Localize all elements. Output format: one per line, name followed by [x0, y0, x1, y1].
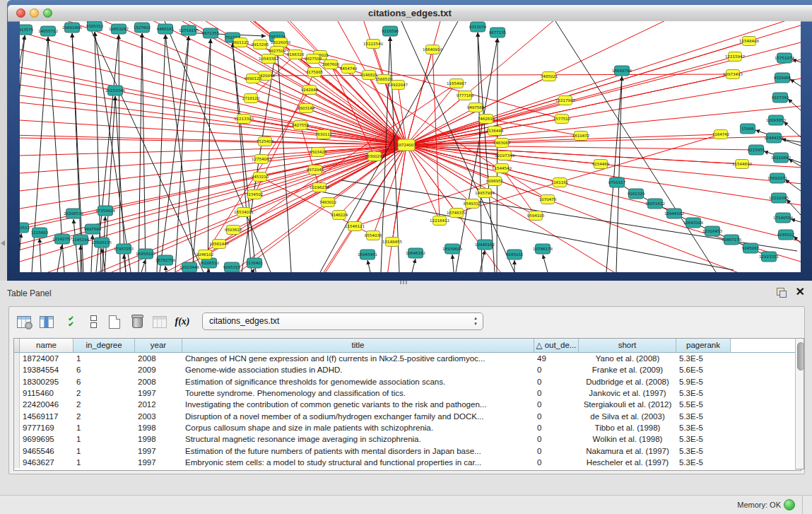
- graph-node-label: 9997588: [84, 227, 102, 231]
- graph-node-label: 15122540: [363, 42, 383, 46]
- table-cell: 1: [73, 447, 135, 455]
- table-row[interactable]: 946362711997Embryonic stem cells: a mode…: [14, 457, 801, 468]
- graph-node-label: 20206536: [64, 211, 83, 216]
- network-graph-svg: 1413575140557122069140693053131065328715…: [20, 21, 801, 272]
- float-panel-icon[interactable]: [777, 288, 787, 298]
- graph-node-label: 8677135: [489, 30, 507, 35]
- table-cell: Hescheler et al. (1997): [579, 458, 676, 467]
- table-header-row: namein_degreeyeartitle△ out_de...shortpa…: [14, 339, 801, 353]
- graph-node-label: 1161162: [551, 180, 569, 185]
- show-column-button[interactable]: [37, 313, 56, 331]
- select-all-icon: ✔✔: [68, 316, 73, 327]
- table-cell: 5.3E-5: [676, 389, 731, 397]
- graph-edge: [142, 33, 146, 272]
- graph-node-label: 9227343: [772, 95, 789, 100]
- column-header-year[interactable]: year: [135, 339, 182, 352]
- column-header-out_de...[interactable]: △ out_de...: [534, 339, 579, 352]
- table-cell: 5.6E-5: [676, 366, 731, 374]
- window-titlebar[interactable]: citations_edges.txt: [8, 5, 812, 22]
- graph-node-label: 12217987: [555, 98, 575, 103]
- graph-edge: [367, 260, 370, 272]
- table-cell: 1: [73, 424, 135, 432]
- table-panel: Table Panel ✕ ✔✔ f(x) citations_edges.tx…: [0, 281, 812, 514]
- table-cell: Nakamura et al. (1997): [579, 447, 676, 455]
- new-column-button[interactable]: [105, 313, 124, 331]
- panel-collapse-arrow-icon[interactable]: [1, 240, 5, 246]
- delete-table-button[interactable]: [151, 313, 169, 331]
- trash-icon: [132, 316, 143, 328]
- column-header-pagerank[interactable]: pagerank: [676, 339, 731, 352]
- close-panel-icon[interactable]: ✕: [796, 285, 805, 298]
- graph-node-label: 12316453: [702, 229, 722, 233]
- graph-edge: [789, 159, 801, 166]
- table-row[interactable]: 977716911998Corpus callosum shape and si…: [14, 422, 801, 433]
- graph-node-label: 16939609: [442, 247, 462, 251]
- table-cell: 5.3E-5: [676, 412, 731, 421]
- table-toolbar: ✔✔ f(x) citations_edges.txt ▲▼: [9, 307, 804, 337]
- splitter-grip[interactable]: [400, 281, 407, 284]
- show-column-icon: [40, 316, 54, 328]
- scrollbar-thumb[interactable]: [797, 342, 804, 370]
- table-row[interactable]: 911546021997Tourette syndrome. Phenomeno…: [14, 387, 801, 399]
- table-row[interactable]: 1830029562008Estimation of significance …: [14, 376, 801, 387]
- table-cell: 0: [534, 389, 579, 397]
- table-row[interactable]: 1456911722003Disruption of a novel membe…: [14, 410, 801, 421]
- table-mode-button[interactable]: [15, 313, 33, 331]
- column-header-in_degree[interactable]: in_degree: [73, 339, 135, 352]
- table-row[interactable]: 1938455462009Genome-wide association stu…: [14, 364, 801, 375]
- column-header-short[interactable]: short: [579, 339, 676, 352]
- graph-edge: [20, 67, 406, 145]
- table-cell: 0: [534, 366, 579, 374]
- graph-node-label: 3175885: [306, 70, 324, 74]
- graph-node-label: 12923448: [180, 265, 199, 269]
- graph-node-label: 1588520: [375, 77, 393, 81]
- function-builder-button[interactable]: f(x): [173, 313, 192, 331]
- table-cell: 1: [73, 354, 135, 363]
- table-cell: 5.3E-5: [676, 354, 731, 363]
- memory-ok-icon[interactable]: [784, 499, 795, 510]
- network-canvas[interactable]: 1413575140557122069140693053131065328715…: [20, 21, 801, 272]
- graph-node-label: 15998: [741, 127, 754, 131]
- table-cell: 0: [534, 378, 579, 386]
- table-row[interactable]: 969969511998Structural magnetic resonanc…: [14, 433, 801, 445]
- graph-node-label: 8601123: [232, 40, 249, 45]
- table-cell: 2009: [135, 366, 182, 374]
- select-all-button[interactable]: ✔✔: [61, 313, 80, 331]
- graph-node-label: 12215947: [725, 54, 745, 59]
- graph-edge: [73, 219, 78, 272]
- table-row[interactable]: 1872400712008Changes of HCN gene express…: [14, 353, 801, 364]
- table-cell: 1998: [135, 424, 182, 432]
- table-cell: 22420046: [20, 400, 73, 409]
- graph-node-label: 9305313: [86, 24, 104, 28]
- table-cell: [14, 376, 20, 387]
- graph-node-label: 8549312: [464, 201, 481, 206]
- graph-node-label: 9827508: [305, 57, 322, 61]
- column-header-title[interactable]: title: [182, 339, 534, 352]
- table-cell: 18724007: [20, 354, 73, 363]
- graph-node-label: 11654987: [447, 81, 466, 86]
- graph-node-label: 26106510: [199, 261, 219, 265]
- row-height-button[interactable]: [84, 313, 102, 331]
- graph-node-label: 1413575: [20, 28, 34, 32]
- table-cell: Structural magnetic resonance image aver…: [182, 435, 534, 443]
- delete-column-button[interactable]: [128, 313, 146, 331]
- table-cell: 1997: [135, 458, 182, 467]
- table-row[interactable]: 946554611997Estimation of the future num…: [14, 445, 801, 456]
- graph-node-label: 16640910: [423, 47, 442, 52]
- graph-node-label: 12210345: [769, 196, 789, 200]
- table-cell: 9115460: [20, 389, 73, 397]
- graph-node-label: 9497568: [467, 105, 485, 110]
- graph-node-label: 8186328: [287, 52, 305, 57]
- table-cell: Stergiakouli et al. (2012): [579, 400, 676, 409]
- graph-node-label: 7483083: [493, 141, 511, 145]
- table-row[interactable]: 2242004622012Investigating the contribut…: [14, 399, 801, 410]
- function-icon: f(x): [175, 316, 190, 327]
- column-header-name[interactable]: name: [20, 339, 73, 352]
- table-vertical-scrollbar[interactable]: [795, 338, 804, 469]
- network-file-select[interactable]: citations_edges.txt ▲▼: [202, 313, 483, 330]
- node-table[interactable]: namein_degreeyeartitle△ out_de...shortpa…: [13, 338, 801, 471]
- graph-node-label: 9095315: [223, 265, 241, 269]
- table-cell: 5.3E-5: [676, 458, 731, 467]
- graph-edge: [265, 76, 406, 145]
- column-header-gutter[interactable]: [14, 339, 20, 352]
